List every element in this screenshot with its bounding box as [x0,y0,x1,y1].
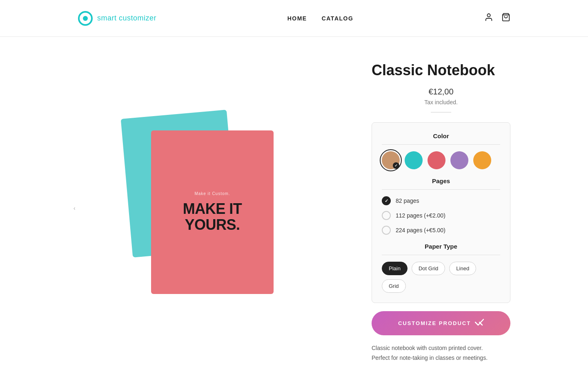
nav-links: HOME CATALOG [287,15,354,22]
pages-radio-224 [382,226,391,235]
account-icon[interactable] [484,13,493,24]
pages-option-224[interactable]: 224 pages (+€5.00) [382,226,500,235]
color-swatch-teal[interactable] [405,151,423,169]
product-title: Classic Notebook [372,61,510,79]
brand-logo[interactable]: smart customizer [78,11,156,26]
paper-btn-lined[interactable]: Lined [449,262,476,275]
color-option-section: Color [382,132,500,169]
pages-text-82: 82 pages [396,197,419,204]
color-swatch-purple[interactable] [450,151,468,169]
color-swatch-orange[interactable] [473,151,491,169]
navbar: smart customizer HOME CATALOG [0,0,588,37]
image-prev-arrow[interactable]: ‹ [74,205,76,211]
svg-point-1 [83,16,88,21]
product-price: €12,00 [372,87,510,96]
cart-icon[interactable] [501,13,510,24]
nav-home[interactable]: HOME [287,15,307,22]
paper-types: Plain Dot Grid Lined Grid [382,262,500,293]
nav-icons [484,13,510,24]
customize-icon [475,319,484,328]
pages-text-224: 224 pages (+€5.00) [396,227,445,233]
paper-type-label: Paper Type [382,243,500,255]
pages-label: Pages [382,177,500,190]
price-divider [431,112,451,112]
product-description: Classic notebook with custom printed cov… [372,343,510,363]
main-content: Make it Custom. MAKE ITYOURS. ‹ Classic … [0,37,588,368]
color-swatch-tan[interactable] [382,151,400,169]
paper-btn-grid[interactable]: Grid [382,279,406,293]
customize-btn-label: CUSTOMIZE PRODUCT [398,320,471,326]
pages-text-112: 112 pages (+€2.00) [396,212,445,219]
pages-radio-112 [382,211,391,220]
notebook-pink: Make it Custom. MAKE ITYOURS. [151,130,274,294]
notebook-image: Make it Custom. MAKE ITYOURS. [114,94,310,323]
brand-name: smart customizer [97,14,156,22]
customize-button[interactable]: CUSTOMIZE PRODUCT [372,311,510,335]
paper-btn-dot-grid[interactable]: Dot Grid [412,262,445,275]
notebook-small-text: Make it Custom. [194,191,230,196]
pages-option-section: Pages 82 pages 112 pages (+€2.00) 224 pa… [382,177,500,235]
options-card: Color Pages 82 pages [372,122,510,303]
color-swatch-pink[interactable] [428,151,445,169]
logo-icon [78,11,93,26]
pages-option-82[interactable]: 82 pages [382,196,500,205]
product-details: Classic Notebook €12,00 Tax included. Co… [372,53,510,363]
color-check-tan [393,162,399,169]
product-image-area: Make it Custom. MAKE ITYOURS. ‹ [78,53,347,363]
pages-radio-82 [382,196,391,205]
product-tax: Tax included. [372,99,510,105]
color-label: Color [382,132,500,145]
color-swatches [382,151,500,169]
notebook-big-text: MAKE ITYOURS. [183,201,242,233]
pages-options: 82 pages 112 pages (+€2.00) 224 pages (+… [382,196,500,235]
pages-option-112[interactable]: 112 pages (+€2.00) [382,211,500,220]
svg-point-2 [487,14,490,17]
paper-type-section: Paper Type Plain Dot Grid Lined Grid [382,243,500,293]
paper-btn-plain[interactable]: Plain [382,262,408,275]
nav-catalog[interactable]: CATALOG [322,15,354,22]
